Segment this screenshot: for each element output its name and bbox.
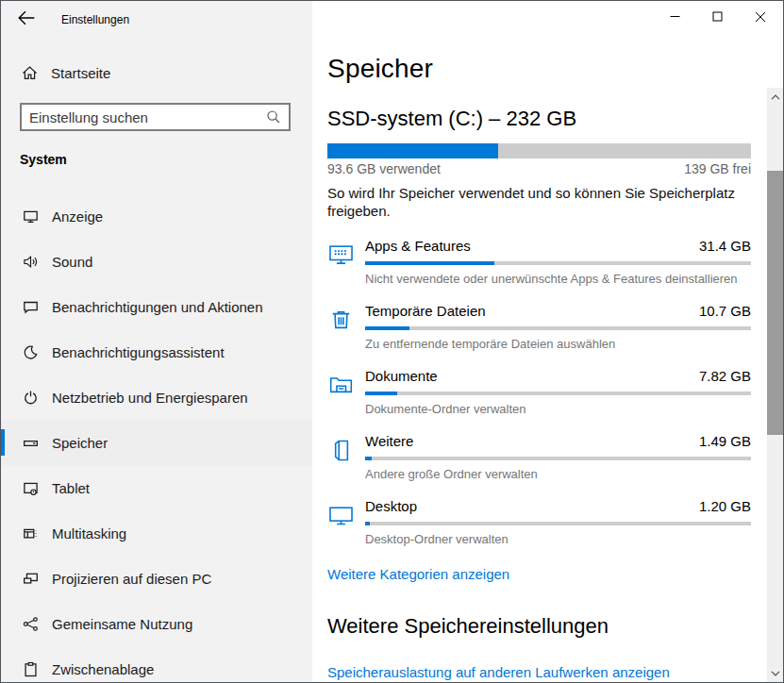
selection-accent-bar (1, 429, 5, 456)
sidebar-item-multitasking[interactable]: Multitasking (1, 510, 312, 556)
category-label: Temporäre Dateien (365, 303, 486, 319)
other-drives-usage-link[interactable]: Speicherauslastung auf anderen Laufwerke… (327, 664, 670, 680)
trash-icon (328, 308, 354, 333)
sidebar-item-label: Benachrichtigungsassistent (52, 344, 225, 360)
category-subtitle: Desktop-Ordner verwalten (365, 532, 751, 546)
clipboard-icon (22, 660, 39, 677)
search-input[interactable] (22, 109, 266, 125)
back-button[interactable] (17, 9, 38, 28)
sidebar-item-label: Anzeige (52, 208, 103, 225)
drive-free-label: 139 GB frei (684, 161, 751, 176)
close-icon (755, 11, 766, 23)
settings-window: Einstellungen Startseite System Anzeige (0, 0, 784, 683)
desktop-monitor-icon (328, 503, 354, 528)
more-storage-settings-heading: Weitere Speichereinstellungen (327, 614, 609, 639)
category-bar-fill (365, 326, 409, 330)
maximize-button[interactable] (696, 1, 739, 32)
category-subtitle: Dokumente-Ordner verwalten (365, 402, 751, 416)
sidebar-item-label: Zwischenablage (52, 661, 154, 677)
category-bar (365, 457, 751, 460)
category-subtitle: Zu entfernende temporäre Dateien auswähl… (365, 337, 751, 351)
sidebar-item-benachrichtigungsassistent[interactable]: Benachrichtigungsassistent (1, 329, 312, 375)
drive-title: SSD-system (C:) – 232 GB (327, 107, 576, 131)
category-row-dokumente[interactable]: Dokumente 7.82 GB Dokumente-Ordner verwa… (327, 368, 751, 426)
category-bar (365, 522, 751, 525)
category-size: 7.82 GB (699, 368, 751, 384)
scrollbar-thumb[interactable] (767, 171, 783, 435)
search-icon[interactable] (266, 109, 281, 125)
share-icon (22, 615, 39, 632)
scroll-down-button[interactable] (767, 666, 783, 681)
category-row-weitere[interactable]: Weitere 1.49 GB Andere große Ordner verw… (327, 433, 751, 491)
settings-search-box (20, 103, 291, 131)
sidebar-item-label: Projizieren auf diesen PC (52, 571, 211, 587)
moon-icon (22, 343, 39, 360)
sidebar: Einstellungen Startseite System Anzeige (1, 1, 312, 682)
category-size: 10.7 GB (699, 303, 751, 319)
vertical-scrollbar[interactable] (767, 88, 783, 683)
scroll-up-button[interactable] (767, 90, 783, 105)
minimize-button[interactable] (654, 1, 696, 32)
app-title: Einstellungen (61, 13, 129, 26)
maximize-icon (712, 11, 723, 22)
sidebar-item-zwischenablage[interactable]: Zwischenablage (1, 646, 312, 683)
tablet-icon (22, 479, 39, 496)
sidebar-item-label: Multitasking (52, 525, 126, 541)
category-bar (365, 261, 751, 265)
category-label: Weitere (365, 433, 413, 449)
chevron-up-icon (771, 94, 780, 100)
sidebar-item-startseite[interactable]: Startseite (1, 56, 312, 90)
sidebar-item-netzbetrieb[interactable]: Netzbetrieb und Energiesparen (1, 375, 312, 420)
sidebar-item-sound[interactable]: Sound (1, 239, 312, 284)
sidebar-item-label: Startseite (51, 65, 110, 81)
category-subtitle: Andere große Ordner verwalten (365, 467, 751, 481)
sidebar-nav: Anzeige Sound Benachrichtigungen und Akt… (1, 193, 312, 683)
sidebar-item-projizieren[interactable]: Projizieren auf diesen PC (1, 556, 312, 601)
sidebar-item-tablet[interactable]: Tablet (1, 465, 312, 510)
drive-usage-labels: 93.6 GB verwendet 139 GB frei (327, 161, 751, 176)
sound-icon (22, 253, 39, 270)
content-pane: Speicher SSD-system (C:) – 232 GB 93.6 G… (312, 1, 768, 682)
category-row-temporaere-dateien[interactable]: Temporäre Dateien 10.7 GB Zu entfernende… (327, 303, 751, 361)
sidebar-item-label: Sound (52, 254, 92, 270)
close-button[interactable] (739, 1, 781, 32)
project-icon (22, 570, 39, 587)
sidebar-section-label: System (20, 152, 67, 167)
storage-description: So wird Ihr Speicher verwendet und so kö… (327, 184, 748, 220)
category-bar-fill (365, 261, 494, 265)
sidebar-item-speicher[interactable]: Speicher (1, 420, 312, 465)
storage-icon (22, 434, 39, 451)
category-label: Desktop (365, 498, 417, 514)
category-subtitle: Nicht verwendete oder unerwünschte Apps … (365, 272, 751, 286)
sidebar-item-benachrichtigungen[interactable]: Benachrichtigungen und Aktionen (1, 284, 312, 329)
documents-folder-icon (328, 373, 354, 398)
drive-used-label: 93.6 GB verwendet (327, 161, 441, 176)
category-size: 31.4 GB (699, 238, 751, 254)
category-label: Apps & Features (365, 238, 471, 254)
sidebar-item-label: Benachrichtigungen und Aktionen (52, 299, 263, 315)
home-icon (22, 65, 38, 81)
apps-icon (328, 242, 354, 268)
category-bar-fill (365, 391, 397, 395)
sidebar-item-gemeinsame-nutzung[interactable]: Gemeinsame Nutzung (1, 601, 312, 646)
category-row-desktop[interactable]: Desktop 1.20 GB Desktop-Ordner verwalten (327, 498, 751, 557)
category-size: 1.49 GB (699, 433, 751, 449)
multitasking-icon (22, 525, 39, 541)
back-arrow-icon (17, 9, 38, 26)
sidebar-item-label: Netzbetrieb und Energiesparen (52, 390, 248, 406)
sidebar-item-label: Speicher (52, 435, 108, 451)
show-more-categories-link[interactable]: Weitere Kategorien anzeigen (327, 566, 509, 582)
category-size: 1.20 GB (699, 498, 751, 514)
window-controls (654, 1, 781, 32)
chevron-down-icon (771, 671, 780, 676)
category-bar-fill (365, 522, 370, 525)
drive-usage-bar-fill (327, 143, 498, 158)
page-title: Speicher (327, 54, 433, 84)
category-row-apps-features[interactable]: Apps & Features 31.4 GB Nicht verwendete… (327, 238, 751, 296)
sidebar-item-label: Gemeinsame Nutzung (52, 616, 192, 632)
category-bar (365, 326, 751, 330)
power-icon (22, 389, 39, 406)
sidebar-item-anzeige[interactable]: Anzeige (1, 193, 312, 239)
chat-bubble-icon (22, 298, 39, 315)
category-bar (365, 391, 751, 395)
